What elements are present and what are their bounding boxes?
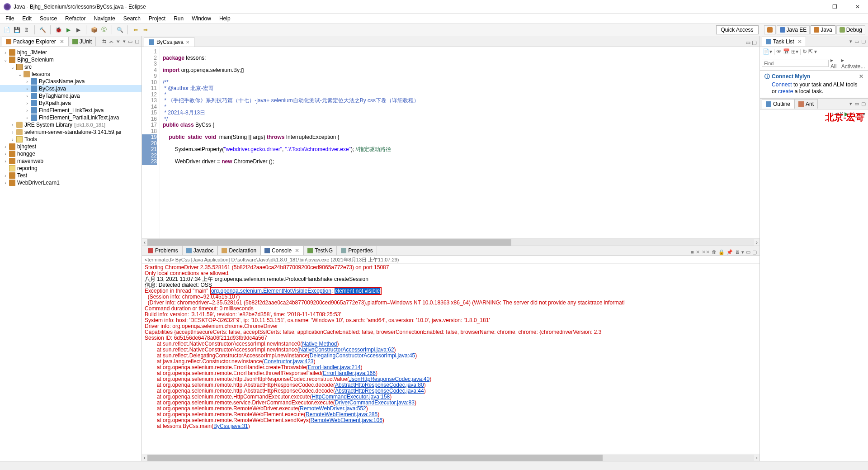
saveall-icon[interactable]: 🗎 [23,26,31,34]
java-file-node: ›ByCss.java [0,85,142,92]
menu-project[interactable]: Project [145,14,169,23]
code-editor[interactable]: 12349 101112131415161718 1920212223 pack… [142,47,760,238]
tab-testng[interactable]: TestNG [303,246,337,255]
save-icon[interactable]: 💾 [13,26,21,34]
package-explorer-tab[interactable]: Package Explorer✕ [2,37,68,46]
open-perspective-button[interactable] [764,25,776,34]
menu-icon[interactable]: ▾ [123,38,126,45]
build-icon[interactable]: 🔨 [38,26,47,34]
junit-tab[interactable]: JUnit [68,37,96,46]
minimize-icon[interactable]: ▭ [854,100,859,107]
find-input[interactable] [762,60,829,67]
project-node: ›Test [0,172,142,179]
project-node: ›WebDriverLearn1 [0,179,142,186]
maximize-icon[interactable]: ▢ [752,249,757,255]
menu-edit[interactable]: Edit [19,14,35,23]
folder-icon [9,165,15,171]
outline-tab[interactable]: Outline [762,99,794,109]
tab-declaration[interactable]: Declaration [217,246,260,255]
tab-properties[interactable]: Properties [337,246,377,255]
menu-source[interactable]: Source [36,14,61,23]
new-package-icon[interactable]: 📦 [90,26,98,34]
close-button[interactable]: ✕ [851,4,864,10]
console-hscroll[interactable]: ‹› [142,454,760,461]
menu-bar: File Edit Source Refactor Navigate Searc… [0,14,868,24]
tab-console[interactable]: Console✕ [260,246,303,255]
sync-icon[interactable]: ↻ [802,48,807,55]
terminate-icon[interactable]: ■ [691,249,694,255]
connect-link[interactable]: Connect [772,81,792,88]
perspective-java[interactable]: Java [811,25,835,34]
new-class-icon[interactable]: Ⓒ [100,26,108,34]
maximize-button[interactable]: ❐ [828,4,842,10]
all-filter[interactable]: ▸ All [830,57,840,70]
categorize-icon[interactable]: 👁 [776,48,782,55]
scroll-lock-icon[interactable]: 🔒 [718,249,725,255]
src-icon [16,64,23,70]
display-icon[interactable]: 🖥 [735,249,740,255]
perspective-javaee[interactable]: Java EE [777,25,810,34]
ant-tab[interactable]: Ant [794,99,818,109]
minimize-button[interactable]: — [804,4,819,10]
editor-tabs: ByCss.java✕ ▭▢ [142,36,760,47]
menu-navigate[interactable]: Navigate [90,14,118,23]
activate-link[interactable]: ▸ Activate... [841,57,866,70]
editor-hscroll[interactable]: ‹› [142,238,760,246]
console-output[interactable]: Starting ChromeDriver 2.35.528161 (5b82f… [142,264,760,454]
menu-window[interactable]: Window [188,14,215,23]
debug-icon[interactable]: 🐞 [54,26,62,34]
menu-run[interactable]: Run [170,14,187,23]
collapse-icon[interactable]: ⇆ [102,38,107,45]
editor-tab-bycss[interactable]: ByCss.java✕ [144,37,194,47]
maximize-icon[interactable]: ▢ [752,39,757,46]
package-tree[interactable]: ›bjhg_JMeter ⌄Bjhg_Selenium ⌄src ⌄lesson… [0,47,142,461]
close-tab-icon[interactable]: ✕ [186,40,189,45]
schedule-icon[interactable]: 📅 [783,48,790,55]
minimize-icon[interactable]: ▭ [854,38,859,45]
tab-javadoc[interactable]: Javadoc [182,246,218,255]
maximize-icon[interactable]: ▢ [861,38,866,45]
hide-icon[interactable]: ▾ [814,48,817,55]
code-content[interactable]: package lessons; import org.openqa.selen… [160,47,760,238]
close-icon[interactable]: ✕ [859,73,863,80]
junit-icon [72,39,78,44]
menu-search[interactable]: Search [120,14,144,23]
filter-icon[interactable]: ⛛ [115,38,121,45]
run-icon[interactable]: ▶ [64,26,72,34]
project-icon [9,151,15,157]
forward-icon[interactable]: ➡ [142,26,150,34]
quick-access[interactable]: Quick Access [716,25,759,34]
menu-icon[interactable]: ▾ [849,100,853,107]
removeall-icon[interactable]: ⨯⨯ [702,249,710,255]
create-link[interactable]: create [778,88,793,95]
pin-icon[interactable]: 📌 [726,249,733,255]
focus-icon[interactable]: ⊞▾ [791,48,798,55]
menu-refactor[interactable]: Refactor [61,14,89,23]
java-icon [31,100,37,106]
tab-problems[interactable]: Problems [144,246,182,255]
maximize-icon[interactable]: ▢ [861,100,866,107]
back-icon[interactable]: ⬅ [132,26,140,34]
maximize-view-icon[interactable]: ▢ [134,38,140,45]
remove-icon[interactable]: ✕ [696,249,700,255]
open-console-icon[interactable]: ▾ [741,249,744,255]
minimize-view-icon[interactable]: ▭ [127,38,133,45]
separator [50,25,51,34]
minimize-icon[interactable]: ▭ [745,39,750,46]
tasklist-tab[interactable]: Task List✕ [762,37,806,46]
search-icon[interactable]: 🔍 [116,26,124,34]
menu-icon[interactable]: ▾ [849,38,853,45]
menu-file[interactable]: File [2,14,18,23]
src-node: ⌄src [0,63,142,71]
link-icon[interactable]: ⫘ [108,38,114,45]
collapse-icon[interactable]: ⇱ [808,48,813,55]
coverage-icon[interactable]: ▶ [74,26,82,34]
perspective-debug[interactable]: Debug [836,25,865,34]
project-node: ›bjhgtest [0,143,142,150]
new-task-icon[interactable]: 📄▾ [763,48,772,55]
clear-icon[interactable]: 🗑 [712,249,717,255]
menu-help[interactable]: Help [216,14,234,23]
new-icon[interactable]: 📄 [3,26,11,34]
java-icon [31,78,37,85]
minimize-icon[interactable]: ▭ [746,249,750,255]
